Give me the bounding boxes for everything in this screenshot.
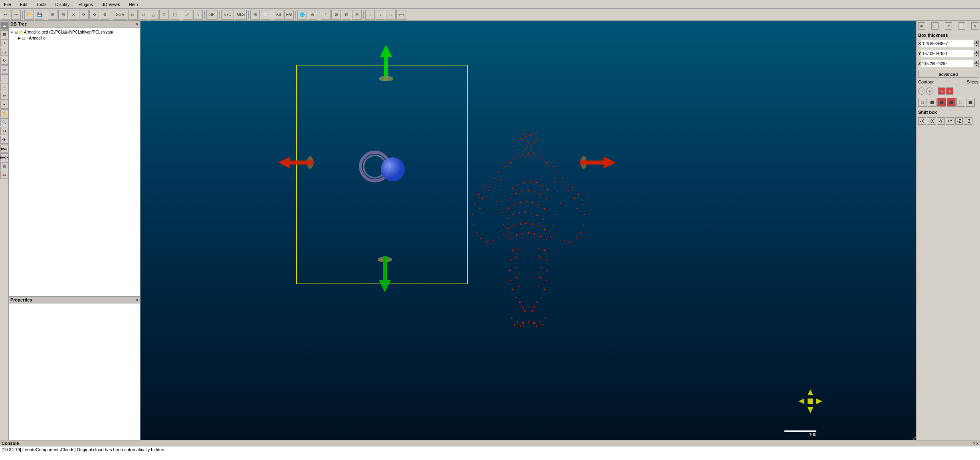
left-icon-scale[interactable]: ⊞ — [0, 30, 8, 38]
toolbar-b20[interactable]: ⊡ — [342, 10, 351, 20]
props-close-btn[interactable]: × — [136, 297, 139, 302]
toolbar-b11[interactable]: ⬚ — [170, 10, 179, 20]
y-spin-dn[interactable]: ▼ — [974, 54, 979, 57]
toolbar-b17[interactable]: ⊛ — [308, 10, 317, 20]
x-spin-dn[interactable]: ▼ — [974, 44, 979, 47]
toolbar-b16[interactable]: 🌐 — [297, 10, 307, 20]
resize-corner[interactable] — [911, 435, 915, 439]
contour-circle-empty[interactable]: ○ — [918, 87, 925, 95]
3d-viewport[interactable]: 100 — [141, 21, 916, 440]
left-icon-circle1[interactable]: ⬤ — [0, 162, 8, 170]
rp-btn-5[interactable]: × — [971, 22, 978, 30]
left-icon-cloud[interactable]: ☁ — [0, 22, 8, 30]
left-icon-select[interactable]: ⬚ — [0, 48, 8, 56]
rp-btn-3[interactable]: ↗ — [945, 22, 952, 30]
shift-minus-x[interactable]: -X — [918, 117, 926, 125]
left-icon-slice[interactable]: ▭ — [0, 65, 8, 73]
arrow-right-handle[interactable] — [580, 153, 616, 173]
toolbar-b14[interactable]: ⊞ — [250, 10, 260, 20]
toolbar-b18[interactable]: ⚐ — [321, 10, 331, 20]
toolbar-b15[interactable]: ⬜ — [261, 10, 270, 20]
toolbar-b19[interactable]: ⊠ — [331, 10, 341, 20]
menu-plugins[interactable]: Plugins — [76, 1, 95, 8]
toolbar-b2[interactable]: ⊟ — [58, 10, 68, 20]
shift-plus-z[interactable]: +Z — [964, 117, 972, 125]
toolbar-fm[interactable]: FM — [284, 10, 294, 20]
menu-edit[interactable]: Edit — [18, 1, 30, 8]
toolbar-b13[interactable]: ⤡ — [193, 10, 203, 20]
toolbar-b1[interactable]: ⊞ — [48, 10, 57, 20]
toolbar-b10[interactable]: ▽ — [159, 10, 169, 20]
toolbar-sor[interactable]: SOR — [113, 10, 127, 20]
toolbar-undo[interactable]: ↩ — [1, 10, 10, 20]
ri-btn-6[interactable]: ⬛ — [966, 98, 975, 107]
x-input[interactable] — [921, 40, 974, 47]
rp-btn-1[interactable]: ⊞ — [918, 22, 925, 30]
toolbar-b6[interactable]: ⚙ — [100, 10, 109, 20]
left-icon-front[interactable]: FRONT — [0, 145, 8, 153]
rp-btn-2[interactable]: ⊟ — [931, 22, 938, 30]
left-icon-plus[interactable]: + — [0, 74, 8, 82]
shift-minus-z[interactable]: -Z — [955, 117, 963, 125]
toolbar-b5[interactable]: ⟲ — [89, 10, 99, 20]
left-icon-move[interactable]: ✛ — [0, 39, 8, 47]
left-icon-view[interactable]: 👁 — [0, 136, 8, 144]
left-icon-brush[interactable]: ✏ — [0, 92, 8, 100]
left-icon-zoom[interactable]: 🔍 — [0, 118, 8, 126]
sphere-handle[interactable] — [380, 157, 406, 183]
arrow-left-handle[interactable] — [278, 153, 314, 173]
toolbar-open[interactable]: 📂 — [24, 10, 34, 20]
y-input[interactable] — [921, 50, 974, 57]
toolbar-b12[interactable]: ⤢ — [183, 10, 192, 20]
z-spin-up[interactable]: ▲ — [974, 60, 979, 63]
rp-btn-4[interactable]: ⬜ — [958, 22, 965, 30]
arrow-down-handle[interactable] — [374, 256, 396, 293]
ri-btn-5[interactable]: ⬚ — [956, 98, 965, 107]
left-icon-back[interactable]: BACK — [0, 153, 8, 161]
advanced-button[interactable]: advanced — [918, 70, 978, 78]
y-spin-up[interactable]: ▲ — [974, 50, 979, 54]
z-input[interactable] — [921, 60, 974, 67]
left-icon-scissors[interactable]: ✂ — [0, 101, 8, 109]
move-gizmo[interactable] — [796, 387, 824, 416]
contour-circle-filled[interactable]: ● — [926, 87, 933, 95]
toolbar-nc[interactable]: N+C — [221, 10, 234, 20]
slices-icon-red2[interactable]: ■ — [946, 87, 953, 95]
menu-3dviews[interactable]: 3D Views — [99, 1, 123, 8]
left-icon-circle2[interactable]: ●● — [0, 171, 8, 179]
toolbar-b4[interactable]: ⟳ — [79, 10, 89, 20]
tree-content[interactable]: ▼ ☑ 📁 Armadillo.pcd (E:/PCL编程/PCLshiyan/… — [9, 28, 140, 296]
toolbar-redo[interactable]: ↪ — [11, 10, 21, 20]
menu-help[interactable]: Help — [127, 1, 141, 8]
toolbar-b24[interactable]: ↑↓ — [386, 10, 396, 20]
shift-plus-y[interactable]: +Y — [946, 117, 955, 125]
tree-close-btn[interactable]: × — [136, 22, 139, 26]
toolbar-sp[interactable]: SP — [206, 10, 218, 20]
toolbar-b8[interactable]: ◁ — [139, 10, 148, 20]
ri-btn-2[interactable]: ⬛ — [928, 98, 936, 107]
ri-btn-4[interactable]: ⬛ — [947, 98, 956, 107]
tree-item-root[interactable]: ▼ ☑ 📁 Armadillo.pcd (E:/PCL编程/PCLshiyan/… — [10, 29, 139, 36]
tree-checkbox-child[interactable]: ☐ — [22, 36, 25, 40]
menu-file[interactable]: File — [2, 1, 14, 8]
ri-btn-1[interactable]: ⬚ — [918, 98, 927, 107]
toolbar-save[interactable]: 💾 — [35, 10, 44, 20]
shift-plus-x[interactable]: +X — [927, 117, 936, 125]
toolbar-kd[interactable]: Kd — [274, 10, 283, 20]
tree-item-armadillo[interactable]: ▶ ☐ ○ Armadillo — [10, 36, 139, 41]
toolbar-b25[interactable]: ⟺ — [396, 10, 406, 20]
left-icon-rotate[interactable]: ↻ — [0, 57, 8, 65]
x-spin-up[interactable]: ▲ — [974, 40, 979, 44]
menu-tools[interactable]: Tools — [34, 1, 49, 8]
left-icon-layers[interactable]: ⊟ — [0, 127, 8, 135]
console-close-btn[interactable]: × x — [973, 441, 978, 446]
menu-display[interactable]: Display — [53, 1, 72, 8]
left-icon-minus[interactable]: − — [0, 83, 8, 91]
toolbar-b21[interactable]: ⊞ — [352, 10, 362, 20]
shift-minus-y[interactable]: -Y — [937, 117, 945, 125]
tree-checkbox-root[interactable]: ☑ — [15, 30, 18, 34]
left-icon-pan[interactable]: ✋ — [0, 109, 8, 117]
toolbar-b3[interactable]: ✕ — [69, 10, 78, 20]
toolbar-mls[interactable]: MLS — [235, 10, 247, 20]
z-spin-dn[interactable]: ▼ — [974, 63, 979, 67]
